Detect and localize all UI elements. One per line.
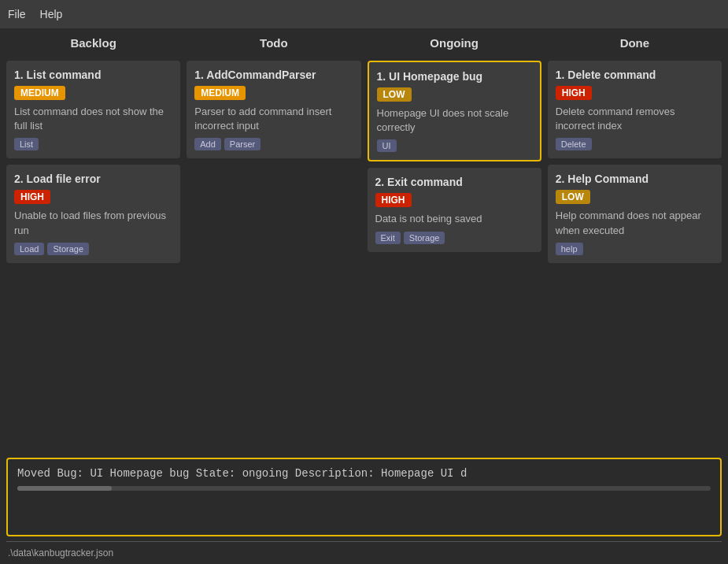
card-description: Parser to add command insert incorrect i…	[194, 105, 353, 133]
menu-file[interactable]: File	[8, 8, 26, 20]
card-tag-list: Delete	[556, 138, 714, 150]
card-description: Help command does not appear when execut…	[556, 209, 714, 237]
card-tag-list: List	[14, 138, 172, 150]
card-title: 1. Delete command	[556, 69, 714, 81]
card-description: Homepage UI does not scale correctly	[377, 106, 532, 135]
column-header-todo: Todo	[187, 36, 360, 54]
card-tag-list: UI	[377, 139, 532, 152]
priority-badge: LOW	[556, 190, 590, 204]
kanban-board: Backlog1. List commandMEDIUMList command…	[0, 28, 728, 458]
card-title: 2. Load file error	[14, 173, 172, 185]
card-tag[interactable]: Storage	[47, 243, 89, 255]
card-tag[interactable]: Parser	[224, 138, 261, 150]
console-text: Moved Bug: UI Homepage bug State: ongoin…	[17, 467, 711, 480]
status-path: .\data\kanbugtracker.json	[8, 547, 113, 558]
card-tag-list: ExitStorage	[375, 232, 534, 244]
card-tag[interactable]: Add	[194, 138, 221, 150]
card-title: 2. Exit command	[375, 176, 534, 188]
priority-badge: MEDIUM	[14, 86, 65, 100]
priority-badge: HIGH	[14, 190, 50, 204]
card-description: List command does not show the full list	[14, 105, 172, 133]
card-tag[interactable]: UI	[377, 139, 397, 152]
priority-badge: HIGH	[375, 193, 412, 207]
card-todo-0[interactable]: 1. AddCommandParserMEDIUMParser to add c…	[187, 61, 360, 158]
menu-help[interactable]: Help	[40, 8, 63, 20]
column-backlog: Backlog1. List commandMEDIUMList command…	[6, 36, 180, 450]
column-done: Done1. Delete commandHIGHDelete command …	[548, 36, 722, 450]
card-tag[interactable]: List	[14, 138, 39, 150]
priority-badge: HIGH	[556, 86, 592, 100]
card-title: 1. UI Homepage bug	[377, 70, 532, 83]
console-area[interactable]: Moved Bug: UI Homepage bug State: ongoin…	[6, 458, 722, 536]
console-scrollbar-thumb[interactable]	[17, 486, 112, 491]
card-tag[interactable]: Exit	[375, 232, 401, 244]
column-header-done: Done	[548, 36, 722, 54]
card-description: Unable to load files from previous run	[14, 209, 172, 237]
menu-bar: File Help	[0, 0, 728, 28]
column-todo: Todo1. AddCommandParserMEDIUMParser to a…	[187, 36, 360, 450]
card-title: 1. List command	[14, 69, 172, 81]
card-description: Delete command removes incorrect index	[556, 105, 714, 133]
card-tag-list: AddParser	[194, 138, 353, 150]
console-scrollbar[interactable]	[17, 486, 711, 491]
column-header-ongoing: Ongoing	[368, 36, 541, 54]
card-tag[interactable]: Load	[14, 243, 44, 255]
card-ongoing-1[interactable]: 2. Exit commandHIGHData is not being sav…	[368, 168, 541, 251]
priority-badge: LOW	[377, 87, 412, 102]
column-ongoing: Ongoing1. UI Homepage bugLOWHomepage UI …	[368, 36, 541, 450]
card-backlog-1[interactable]: 2. Load file errorHIGHUnable to load fil…	[6, 165, 180, 262]
card-tag-list: LoadStorage	[14, 243, 172, 255]
card-done-1[interactable]: 2. Help CommandLOWHelp command does not …	[548, 165, 722, 262]
card-description: Data is not being saved	[375, 212, 534, 226]
status-bar: .\data\kanbugtracker.json	[0, 542, 728, 564]
column-header-backlog: Backlog	[6, 36, 180, 54]
card-tag[interactable]: Delete	[556, 138, 592, 150]
card-backlog-0[interactable]: 1. List commandMEDIUMList command does n…	[6, 61, 180, 158]
card-tag[interactable]: help	[556, 243, 583, 255]
card-tag-list: help	[556, 243, 714, 255]
card-tag[interactable]: Storage	[404, 232, 445, 244]
card-done-0[interactable]: 1. Delete commandHIGHDelete command remo…	[548, 61, 722, 158]
card-title: 2. Help Command	[556, 173, 714, 185]
priority-badge: MEDIUM	[194, 86, 246, 100]
card-ongoing-0[interactable]: 1. UI Homepage bugLOWHomepage UI does no…	[368, 61, 541, 161]
card-title: 1. AddCommandParser	[194, 69, 353, 81]
